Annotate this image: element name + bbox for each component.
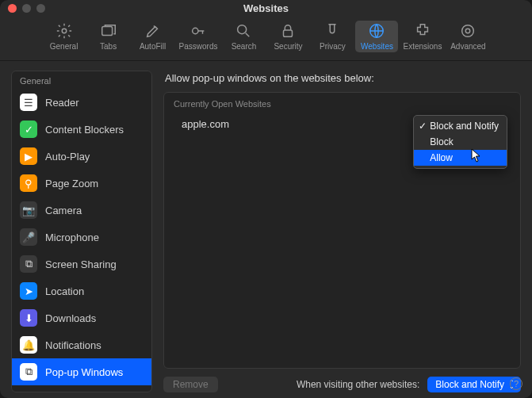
menu-item-allow[interactable]: Allow — [414, 150, 507, 166]
menu-item-block-and-notify[interactable]: Block and Notify — [414, 118, 507, 134]
toolbar-privacy[interactable]: Privacy — [311, 21, 354, 52]
sidebar-items: ☰Reader✓Content Blockers▶Auto-Play⚲Page … — [12, 89, 151, 392]
sidebar-item-label: Downloads — [45, 312, 96, 324]
sidebar-item-label: Notifications — [45, 339, 101, 351]
toolbar-autofill[interactable]: AutoFill — [132, 21, 174, 52]
sidebar-icon: ☰ — [20, 94, 37, 111]
dropdown-value: Block and Notify — [435, 379, 504, 390]
sidebar-icon: ⚲ — [20, 174, 37, 192]
sidebar-item-auto-play[interactable]: ▶Auto-Play — [12, 143, 151, 170]
toolbar-search[interactable]: Search — [222, 21, 265, 52]
sidebar-item-label: Auto-Play — [45, 151, 90, 163]
sidebar-item-content-blockers[interactable]: ✓Content Blockers — [12, 116, 151, 143]
svg-rect-1 — [101, 27, 112, 36]
websites-icon — [368, 22, 385, 40]
sidebar-item-screen-sharing[interactable]: ⧉Screen Sharing — [12, 251, 151, 277]
sidebar-icon: ✓ — [20, 121, 37, 138]
menu-item-block[interactable]: Block — [414, 134, 507, 150]
toolbar-general[interactable]: General — [43, 21, 86, 52]
toolbar-label: Passwords — [179, 42, 218, 51]
sidebar-item-label: Screen Sharing — [45, 258, 117, 270]
passwords-icon — [189, 22, 207, 40]
toolbar-label: Websites — [361, 42, 393, 51]
websites-table: Currently Open Websites apple.com Block … — [163, 92, 521, 369]
toolbar-label: Advanced — [450, 42, 485, 51]
toolbar-tabs[interactable]: Tabs — [87, 21, 130, 52]
sidebar-item-camera[interactable]: 📷Camera — [12, 197, 151, 224]
general-icon — [55, 22, 73, 40]
svg-point-0 — [62, 29, 67, 33]
toolbar-extensions[interactable]: Extensions — [400, 21, 445, 52]
sidebar-header: General — [12, 71, 151, 89]
sidebar-item-pop-up-windows[interactable]: ⧉Pop-up Windows — [12, 358, 151, 385]
main-panel: Allow pop-up windows on the websites bel… — [163, 71, 521, 392]
titlebar: Websites — [0, 0, 532, 16]
footer-label: When visiting other websites: — [297, 379, 419, 390]
sidebar-icon: 🔔 — [20, 336, 37, 354]
section-header: Currently Open Websites — [164, 93, 520, 115]
sidebar-item-reader[interactable]: ☰Reader — [12, 89, 151, 116]
sidebar-item-label: Content Blockers — [45, 124, 124, 136]
preferences-toolbar: GeneralTabsAutoFillPasswordsSearchSecuri… — [0, 16, 532, 61]
sidebar-item-label: Reader — [45, 97, 79, 109]
help-button[interactable]: ? — [510, 377, 522, 390]
sidebar-icon: 📷 — [20, 201, 37, 219]
footer-row: Remove When visiting other websites: Blo… — [163, 377, 521, 392]
toolbar-label: General — [50, 42, 78, 51]
permission-dropdown-menu[interactable]: Block and NotifyBlockAllow — [413, 115, 507, 169]
svg-point-7 — [462, 25, 474, 37]
toolbar-label: Search — [232, 42, 257, 51]
toolbar-label: Privacy — [320, 42, 346, 51]
site-domain: apple.com — [182, 118, 229, 130]
sidebar-icon: ▶ — [20, 147, 37, 165]
sidebar-item-label: Location — [45, 285, 84, 297]
minimize-button[interactable] — [22, 4, 31, 13]
toolbar-passwords[interactable]: Passwords — [176, 21, 221, 52]
sidebar-icon: 🎤 — [20, 228, 37, 246]
toolbar-label: Tabs — [100, 42, 117, 51]
privacy-icon — [323, 22, 341, 40]
sidebar-icon: ⧉ — [20, 255, 37, 273]
svg-point-3 — [238, 25, 247, 34]
toolbar-advanced[interactable]: Advanced — [446, 21, 489, 52]
toolbar-label: Security — [274, 42, 302, 51]
toolbar-security[interactable]: Security — [266, 21, 309, 52]
sidebar-icon: ⬇ — [20, 309, 37, 327]
remove-button[interactable]: Remove — [163, 377, 218, 392]
toolbar-websites[interactable]: Websites — [355, 21, 398, 52]
sidebar-item-label: Microphone — [45, 232, 99, 243]
preferences-window: Websites GeneralTabsAutoFillPasswordsSea… — [0, 0, 532, 398]
sidebar-item-location[interactable]: ➤Location — [12, 277, 151, 304]
autofill-icon — [144, 22, 162, 40]
sidebar-item-downloads[interactable]: ⬇Downloads — [12, 304, 151, 331]
svg-point-6 — [466, 29, 471, 33]
security-icon — [279, 22, 297, 40]
zoom-button[interactable] — [36, 4, 45, 13]
sidebar-item-notifications[interactable]: 🔔Notifications — [12, 331, 151, 358]
tabs-icon — [100, 22, 117, 40]
advanced-icon — [459, 22, 477, 40]
default-permission-dropdown[interactable]: Block and Notify ⌃⌄ — [427, 377, 521, 392]
toolbar-label: AutoFill — [140, 42, 166, 51]
content-area: General ☰Reader✓Content Blockers▶Auto-Pl… — [0, 61, 532, 398]
svg-rect-4 — [284, 30, 293, 36]
main-heading: Allow pop-up windows on the websites bel… — [165, 72, 521, 84]
search-icon — [235, 22, 252, 40]
window-controls — [8, 4, 45, 13]
close-button[interactable] — [8, 4, 17, 13]
sidebar-item-page-zoom[interactable]: ⚲Page Zoom — [12, 170, 151, 197]
toolbar-label: Extensions — [403, 42, 442, 51]
sidebar-item-label: Camera — [45, 205, 82, 216]
sidebar-item-label: Page Zoom — [45, 178, 98, 189]
sidebar: General ☰Reader✓Content Blockers▶Auto-Pl… — [11, 71, 152, 392]
svg-point-2 — [193, 28, 198, 33]
sidebar-icon: ➤ — [20, 282, 37, 300]
sidebar-item-label: Pop-up Windows — [45, 366, 123, 378]
extensions-icon — [414, 22, 431, 40]
sidebar-icon: ⧉ — [20, 363, 37, 381]
window-title: Websites — [243, 2, 289, 14]
sidebar-item-microphone[interactable]: 🎤Microphone — [12, 224, 151, 251]
